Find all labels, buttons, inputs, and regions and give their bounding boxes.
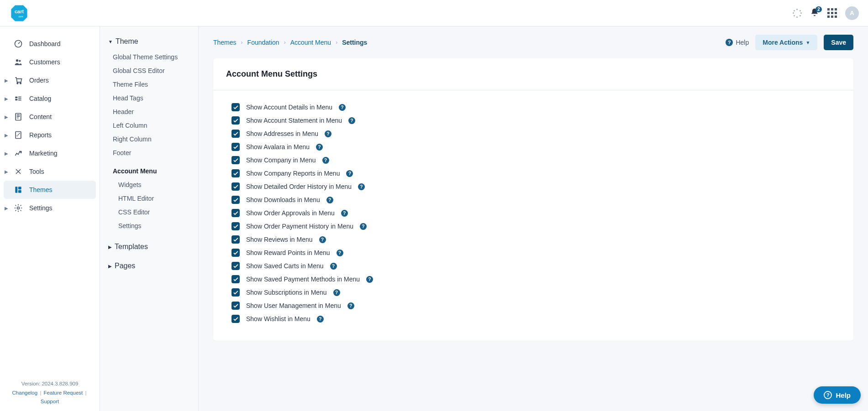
info-icon[interactable]: ? [339,104,346,111]
logo[interactable]: cart .com [9,3,29,23]
setting-label: Show Company Reports in Menu [246,170,340,177]
info-icon[interactable]: ? [360,223,367,230]
notification-badge: 2 [815,6,822,12]
orders-icon [14,76,23,85]
save-button[interactable]: Save [824,35,853,50]
info-icon[interactable]: ? [316,144,323,151]
info-icon[interactable]: ? [341,210,348,217]
section-templates[interactable]: ▶ Templates [100,237,198,255]
marketing-icon [14,149,23,158]
sidebar-item-catalog[interactable]: ▶ Catalog [4,89,96,108]
account-menu-item[interactable]: Widgets [100,178,198,192]
theme-item[interactable]: Global CSS Editor [100,64,198,78]
sidebar-item-marketing[interactable]: ▶ Marketing [4,144,96,162]
checkbox[interactable] [231,275,240,283]
theme-item[interactable]: Left Column [100,119,198,132]
sidebar-item-label: Reports [29,131,52,139]
checkbox[interactable] [231,249,240,257]
account-menu-items-list: WidgetsHTML EditorCSS EditorSettings [100,178,198,237]
checkbox[interactable] [231,116,240,125]
svg-text:cart: cart [15,9,24,14]
checkbox[interactable] [231,143,240,151]
help-widget-button[interactable]: ? Help [814,386,861,404]
section-theme[interactable]: ▼ Theme [100,35,198,50]
info-icon[interactable]: ? [333,289,340,296]
section-pages[interactable]: ▶ Pages [100,255,198,275]
chevron-right-icon: ▶ [5,133,8,138]
info-icon[interactable]: ? [326,197,333,203]
info-icon[interactable]: ? [319,236,326,243]
checkbox[interactable] [231,182,240,191]
chevron-right-icon: › [284,39,286,46]
account-menu-item[interactable]: Settings [100,219,198,233]
info-icon[interactable]: ? [325,130,331,137]
section-account-menu[interactable]: Account Menu [100,164,198,178]
card-body: Show Account Details in Menu ? Show Acco… [213,90,853,341]
changelog-link[interactable]: Changelog [12,390,38,395]
theme-item[interactable]: Global Theme Settings [100,50,198,64]
sidebar-footer: Version: 2024.3.828.909 Changelog | Feat… [0,375,100,411]
breadcrumb-account-menu[interactable]: Account Menu [290,39,331,46]
sidebar-item-label: Tools [29,168,44,175]
svg-point-5 [19,60,21,62]
info-icon[interactable]: ? [366,276,373,283]
theme-items-list: Global Theme SettingsGlobal CSS EditorTh… [100,50,198,164]
theme-item[interactable]: Right Column [100,132,198,146]
checkbox[interactable] [231,196,240,204]
sidebar-item-orders[interactable]: ▶ Orders [4,71,96,89]
checkbox[interactable] [231,169,240,177]
sidebar-item-dashboard[interactable]: Dashboard [4,35,96,53]
theme-item[interactable]: Theme Files [100,78,198,91]
breadcrumb-themes[interactable]: Themes [213,39,237,46]
setting-label: Show Account Details in Menu [246,104,332,111]
sidebar-item-reports[interactable]: ▶ Reports [4,126,96,144]
account-menu-item[interactable]: CSS Editor [100,205,198,219]
apps-grid-button[interactable] [827,8,837,18]
checkbox[interactable] [231,103,240,111]
checkbox[interactable] [231,222,240,230]
info-icon[interactable]: ? [348,117,355,124]
avatar[interactable]: A [845,6,859,20]
checkbox[interactable] [231,302,240,310]
info-icon[interactable]: ? [317,316,324,323]
sidebar-item-label: Content [29,113,52,120]
sidebar-item-customers[interactable]: Customers [4,53,96,71]
info-icon[interactable]: ? [346,170,353,177]
theme-item[interactable]: Footer [100,146,198,160]
info-icon[interactable]: ? [330,263,337,270]
more-actions-button[interactable]: More Actions ▼ [755,35,817,50]
account-menu-item[interactable]: HTML Editor [100,192,198,205]
theme-item[interactable]: Header [100,105,198,119]
setting-label: Show Detailed Order History in Menu [246,183,352,190]
chevron-right-icon: ▶ [108,245,112,250]
checkbox[interactable] [231,235,240,244]
chevron-right-icon: › [336,39,337,46]
sidebar-item-tools[interactable]: ▶ Tools [4,162,96,181]
chevron-down-icon: ▼ [805,40,810,45]
sidebar-item-themes[interactable]: Themes [4,181,96,199]
setting-row: Show Account Statement in Menu ? [231,116,835,125]
checkbox[interactable] [231,130,240,138]
feature-request-link[interactable]: Feature Request [44,390,83,395]
notifications-button[interactable]: 2 [810,8,819,18]
info-icon[interactable]: ? [358,183,365,190]
info-icon[interactable]: ? [347,302,354,309]
checkbox[interactable] [231,288,240,297]
help-link[interactable]: ? Help [726,39,749,46]
svg-text:.com: .com [18,15,23,17]
checkbox[interactable] [231,209,240,217]
sidebar-item-content[interactable]: ▶ Content [4,108,96,126]
sidebar-item-label: Themes [29,186,53,193]
breadcrumb-foundation[interactable]: Foundation [247,39,279,46]
primary-nav-list: Dashboard Customers▶ Orders▶ Catalog▶ Co… [0,26,100,221]
info-icon[interactable]: ? [337,250,343,256]
setting-row: Show Order Approvals in Menu ? [231,209,835,217]
info-icon[interactable]: ? [322,157,329,164]
theme-item[interactable]: Head Tags [100,91,198,105]
checkbox[interactable] [231,156,240,164]
breadcrumb-current: Settings [342,39,367,46]
support-link[interactable]: Support [41,399,59,404]
checkbox[interactable] [231,315,240,323]
sidebar-item-settings[interactable]: ▶ Settings [4,199,96,217]
checkbox[interactable] [231,262,240,270]
